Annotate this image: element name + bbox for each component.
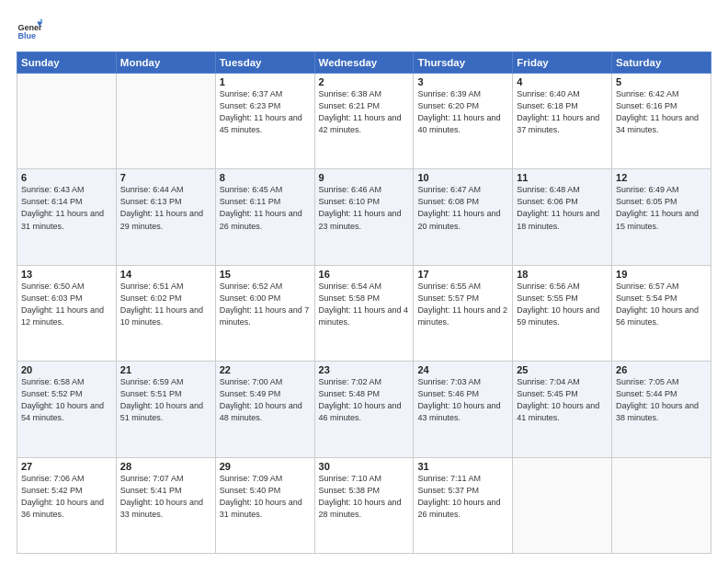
sunset-label: Sunset: 6:20 PM [417, 101, 479, 110]
week-row: 1 Sunrise: 6:37 AM Sunset: 6:23 PM Dayli… [17, 74, 711, 169]
daylight-label: Daylight: 11 hours and 12 minutes. [21, 305, 104, 327]
day-number: 30 [319, 461, 410, 472]
sunset-label: Sunset: 5:38 PM [319, 486, 381, 495]
day-info: Sunrise: 6:56 AM Sunset: 5:55 PM Dayligh… [517, 281, 608, 328]
day-info: Sunrise: 7:11 AM Sunset: 5:37 PM Dayligh… [417, 473, 508, 521]
sunrise-label: Sunrise: 7:03 AM [417, 377, 481, 386]
day-number: 28 [120, 461, 211, 472]
calendar-cell: 25 Sunrise: 7:04 AM Sunset: 5:45 PM Dayl… [513, 362, 612, 457]
daylight-label: Daylight: 10 hours and 41 minutes. [517, 401, 599, 422]
col-header-friday: Friday [513, 52, 612, 74]
day-info: Sunrise: 6:52 AM Sunset: 6:00 PM Dayligh… [220, 281, 311, 328]
sunrise-label: Sunrise: 6:43 AM [21, 185, 85, 194]
day-info: Sunrise: 7:03 AM Sunset: 5:46 PM Dayligh… [417, 376, 508, 424]
daylight-label: Daylight: 10 hours and 54 minutes. [21, 401, 104, 422]
col-header-tuesday: Tuesday [215, 52, 314, 74]
sunrise-label: Sunrise: 6:50 AM [21, 282, 85, 291]
day-info: Sunrise: 7:10 AM Sunset: 5:38 PM Dayligh… [319, 473, 410, 521]
sunrise-label: Sunrise: 6:39 AM [417, 89, 481, 98]
daylight-label: Daylight: 11 hours and 40 minutes. [417, 113, 500, 134]
sunrise-label: Sunrise: 6:56 AM [517, 282, 580, 291]
logo-icon: General Blue [17, 17, 42, 42]
sunset-label: Sunset: 5:41 PM [120, 486, 182, 495]
calendar-cell: 11 Sunrise: 6:48 AM Sunset: 6:06 PM Dayl… [513, 169, 612, 265]
day-number: 22 [220, 364, 311, 375]
daylight-label: Daylight: 10 hours and 28 minutes. [319, 498, 402, 519]
sunrise-label: Sunrise: 6:58 AM [21, 377, 85, 386]
sunrise-label: Sunrise: 6:42 AM [616, 89, 679, 98]
calendar-cell: 21 Sunrise: 6:59 AM Sunset: 5:51 PM Dayl… [116, 362, 215, 457]
sunset-label: Sunset: 5:40 PM [220, 486, 281, 495]
sunset-label: Sunset: 5:48 PM [319, 389, 381, 398]
week-row: 6 Sunrise: 6:43 AM Sunset: 6:14 PM Dayli… [17, 169, 711, 265]
calendar-cell: 30 Sunrise: 7:10 AM Sunset: 5:38 PM Dayl… [314, 457, 414, 553]
daylight-label: Daylight: 11 hours and 15 minutes. [616, 209, 699, 230]
calendar-cell: 12 Sunrise: 6:49 AM Sunset: 6:05 PM Dayl… [612, 169, 711, 265]
col-header-thursday: Thursday [414, 52, 513, 74]
day-number: 8 [220, 172, 311, 183]
daylight-label: Daylight: 11 hours and 4 minutes. [319, 305, 409, 327]
day-number: 6 [21, 172, 112, 183]
calendar-cell [17, 74, 117, 169]
daylight-label: Daylight: 10 hours and 51 minutes. [120, 401, 203, 422]
daylight-label: Daylight: 11 hours and 42 minutes. [319, 113, 402, 134]
daylight-label: Daylight: 10 hours and 31 minutes. [220, 498, 302, 519]
day-number: 14 [120, 269, 211, 280]
svg-text:Blue: Blue [17, 31, 36, 40]
calendar-cell: 14 Sunrise: 6:51 AM Sunset: 6:02 PM Dayl… [116, 265, 215, 361]
sunset-label: Sunset: 6:21 PM [319, 101, 381, 110]
day-info: Sunrise: 7:06 AM Sunset: 5:42 PM Dayligh… [21, 473, 112, 521]
calendar-cell: 13 Sunrise: 6:50 AM Sunset: 6:03 PM Dayl… [17, 265, 117, 361]
calendar-cell: 1 Sunrise: 6:37 AM Sunset: 6:23 PM Dayli… [215, 74, 314, 169]
calendar-cell: 16 Sunrise: 6:54 AM Sunset: 5:58 PM Dayl… [314, 265, 414, 361]
sunset-label: Sunset: 5:58 PM [319, 293, 381, 303]
sunset-label: Sunset: 5:44 PM [616, 389, 677, 398]
day-info: Sunrise: 6:40 AM Sunset: 6:18 PM Dayligh… [517, 88, 608, 136]
sunset-label: Sunset: 5:37 PM [417, 486, 479, 495]
calendar-cell: 26 Sunrise: 7:05 AM Sunset: 5:44 PM Dayl… [612, 362, 711, 457]
day-info: Sunrise: 7:05 AM Sunset: 5:44 PM Dayligh… [616, 376, 707, 424]
day-number: 15 [220, 269, 311, 280]
daylight-label: Daylight: 11 hours and 18 minutes. [517, 209, 599, 230]
day-info: Sunrise: 6:37 AM Sunset: 6:23 PM Dayligh… [220, 88, 311, 136]
sunrise-label: Sunrise: 7:04 AM [517, 377, 580, 386]
sunrise-label: Sunrise: 7:11 AM [417, 474, 481, 483]
calendar-cell: 29 Sunrise: 7:09 AM Sunset: 5:40 PM Dayl… [215, 457, 314, 553]
daylight-label: Daylight: 11 hours and 31 minutes. [21, 209, 104, 230]
daylight-label: Daylight: 11 hours and 37 minutes. [517, 113, 599, 134]
daylight-label: Daylight: 10 hours and 59 minutes. [517, 305, 599, 327]
day-info: Sunrise: 6:49 AM Sunset: 6:05 PM Dayligh… [616, 184, 707, 232]
sunset-label: Sunset: 6:11 PM [220, 197, 281, 206]
calendar-cell: 5 Sunrise: 6:42 AM Sunset: 6:16 PM Dayli… [612, 74, 711, 169]
sunset-label: Sunset: 6:16 PM [616, 101, 677, 110]
sunset-label: Sunset: 5:51 PM [120, 389, 182, 398]
calendar-cell: 2 Sunrise: 6:38 AM Sunset: 6:21 PM Dayli… [314, 74, 414, 169]
daylight-label: Daylight: 10 hours and 26 minutes. [417, 498, 500, 519]
day-info: Sunrise: 6:46 AM Sunset: 6:10 PM Dayligh… [319, 184, 410, 232]
daylight-label: Daylight: 10 hours and 56 minutes. [616, 305, 699, 327]
calendar-cell: 23 Sunrise: 7:02 AM Sunset: 5:48 PM Dayl… [314, 362, 414, 457]
calendar-cell: 27 Sunrise: 7:06 AM Sunset: 5:42 PM Dayl… [17, 457, 117, 553]
calendar-cell: 4 Sunrise: 6:40 AM Sunset: 6:18 PM Dayli… [513, 74, 612, 169]
day-number: 29 [220, 461, 311, 472]
day-number: 27 [21, 461, 112, 472]
day-number: 16 [319, 269, 410, 280]
calendar-cell: 9 Sunrise: 6:46 AM Sunset: 6:10 PM Dayli… [314, 169, 414, 265]
logo: General Blue [17, 17, 37, 42]
sunset-label: Sunset: 6:08 PM [417, 197, 479, 206]
sunrise-label: Sunrise: 6:49 AM [616, 185, 679, 194]
sunrise-label: Sunrise: 6:54 AM [319, 282, 382, 291]
sunrise-label: Sunrise: 6:44 AM [120, 185, 184, 194]
page: General Blue SundayMondayTuesdayWednesda… [0, 0, 728, 563]
day-number: 11 [517, 172, 608, 183]
calendar-cell [513, 457, 612, 553]
sunrise-label: Sunrise: 6:46 AM [319, 185, 382, 194]
sunrise-label: Sunrise: 6:45 AM [220, 185, 283, 194]
day-number: 25 [517, 364, 608, 375]
sunset-label: Sunset: 6:00 PM [220, 293, 281, 303]
day-number: 5 [616, 76, 707, 87]
day-number: 24 [417, 364, 508, 375]
calendar-cell: 6 Sunrise: 6:43 AM Sunset: 6:14 PM Dayli… [17, 169, 117, 265]
calendar-cell: 28 Sunrise: 7:07 AM Sunset: 5:41 PM Dayl… [116, 457, 215, 553]
daylight-label: Daylight: 11 hours and 26 minutes. [220, 209, 302, 230]
